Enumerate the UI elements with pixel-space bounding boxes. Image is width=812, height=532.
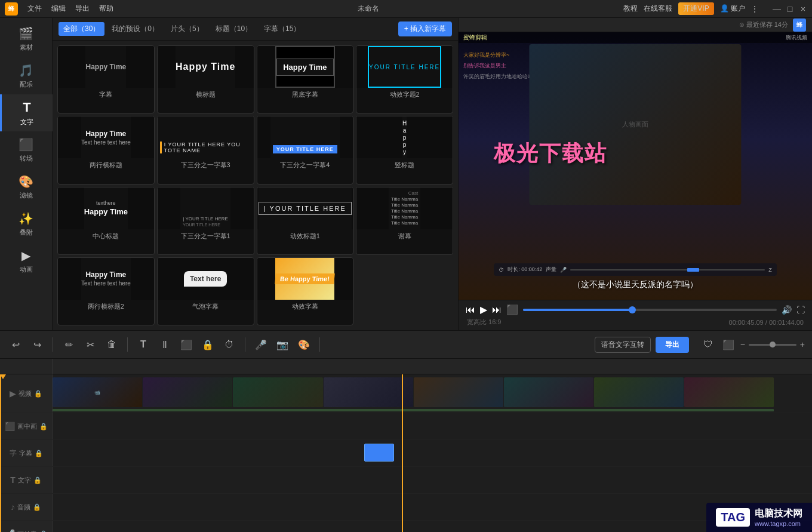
shield-button[interactable]: 🛡 xyxy=(700,336,716,353)
sidebar-item-material[interactable]: 🎬 素材 xyxy=(0,20,53,57)
sidebar-item-text[interactable]: T 文字 xyxy=(0,94,53,131)
preview-controls: ⏮ ▶ ⏭ ⬛ 🔊 ⛶ 宽高比 16:9 00:00:45.09 / 00:01… xyxy=(459,300,812,330)
template-card-lower4[interactable]: YOUR TITLE HERE 下三分之一字幕4 xyxy=(257,116,354,184)
pip-track-lock[interactable]: 🔒 xyxy=(39,423,48,430)
volume-button[interactable]: 🔊 xyxy=(782,305,792,315)
template-label-happystripe: 动效字幕 xyxy=(257,300,353,313)
app-logo: 蜂 xyxy=(5,2,18,16)
effects-button[interactable]: 🎨 xyxy=(296,336,312,353)
template-card-vertical[interactable]: H a p p y 竖标题 xyxy=(356,116,453,184)
split2-button[interactable]: ⬛ xyxy=(720,336,737,353)
support-link[interactable]: 在线客服 xyxy=(644,4,672,14)
tab-all[interactable]: 全部（30） xyxy=(59,22,104,36)
camera-button[interactable]: 📷 xyxy=(274,336,291,353)
zoom-slider[interactable] xyxy=(749,344,796,346)
cut-button[interactable]: ✂ xyxy=(82,336,99,353)
video-clip-8[interactable] xyxy=(684,377,774,407)
stop-button[interactable]: ⬛ xyxy=(506,304,518,315)
template-card-animtitle1[interactable]: | YOUR TITLE HERE 动效标题1 xyxy=(257,187,354,255)
prev-frame-button[interactable]: ⏮ xyxy=(466,305,475,315)
time-display: 00:00:45.09 / 00:01:44.00 xyxy=(729,319,804,326)
menu-export[interactable]: 导出 xyxy=(75,4,90,14)
track-text: T 文字 🔒 xyxy=(0,467,812,494)
redo-button[interactable]: ↪ xyxy=(29,336,45,353)
more-options[interactable]: ⋮ xyxy=(751,5,758,13)
sidebar-item-transition[interactable]: ⬛ 转场 xyxy=(0,131,53,168)
menu-edit[interactable]: 编辑 xyxy=(51,4,66,14)
subtitle-track-content[interactable] xyxy=(53,440,812,466)
insert-subtitle-button[interactable]: + 插入新字幕 xyxy=(398,21,452,36)
track-label-video: ▶ 视频 🔒 xyxy=(0,374,53,413)
audio-track-lock[interactable]: 🔒 xyxy=(33,503,41,511)
menu-help[interactable]: 帮助 xyxy=(99,4,113,14)
template-card-center[interactable]: texthere Happy Time 中心标题 xyxy=(57,187,155,255)
video-clip-7[interactable] xyxy=(594,377,684,407)
voiceover-track-lock[interactable]: 🔒 xyxy=(39,530,48,533)
sidebar: 🎬 素材 🎵 配乐 T 文字 ⬛ 转场 🎨 滤镜 ✨ 叠附 ▶ 动画 xyxy=(0,18,53,330)
next-frame-button[interactable]: ⏭ xyxy=(492,305,502,315)
transition-icon: ⬛ xyxy=(19,137,33,152)
sidebar-item-addon[interactable]: ✨ 叠附 xyxy=(0,205,53,242)
template-card-animated2[interactable]: YOUR TITLE HERE 动效字题2 xyxy=(356,45,453,113)
text-track-content[interactable] xyxy=(53,467,812,493)
template-card-happystripe[interactable]: Be Happy Time! 动效字幕 xyxy=(257,257,354,325)
voiceover-track-content[interactable] xyxy=(53,521,812,532)
undo-button[interactable]: ↩ xyxy=(7,336,24,353)
template-card-bubble[interactable]: Text here 气泡字幕 xyxy=(157,257,254,325)
video-clip-4[interactable] xyxy=(324,377,413,407)
account-link[interactable]: 👤 账户 xyxy=(720,4,745,14)
split-button[interactable]: Ⅱ xyxy=(156,336,173,353)
addon-label: 叠附 xyxy=(20,228,33,237)
close-button[interactable]: × xyxy=(799,5,807,13)
video-clip-1[interactable]: 📹 xyxy=(53,377,142,407)
tab-my[interactable]: 我的预设（0） xyxy=(107,22,164,36)
menu-file[interactable]: 文件 xyxy=(27,4,42,14)
template-card-lower1[interactable]: | YOUR TITLE HERE YOUR TITLE HERE 下三分之一字… xyxy=(157,187,254,255)
delete-button[interactable]: 🗑 xyxy=(103,336,120,353)
template-card-twoline[interactable]: Happy Time Text here text here 两行横标题 xyxy=(57,116,155,184)
pen-button[interactable]: ✏ xyxy=(60,336,77,353)
crop-button[interactable]: ⬛ xyxy=(178,336,195,353)
lock-button[interactable]: 🔒 xyxy=(199,336,216,353)
pip-track-content[interactable] xyxy=(53,413,812,439)
template-card-twoline2[interactable]: Happy Time Text here text here 两行横标题2 xyxy=(57,257,155,325)
template-card-lower3[interactable]: I YOUR TITLE HERE YOU TOTE NAME 下三分之一字幕3 xyxy=(157,116,254,184)
video-clip-6[interactable] xyxy=(504,377,593,407)
template-card-hengbiaoticai[interactable]: Happy Time 横标题 xyxy=(157,45,254,113)
play-button[interactable]: ▶ xyxy=(480,304,487,315)
template-card-blackbg[interactable]: Happy Time 黑底字幕 xyxy=(257,45,354,113)
tab-subtitle[interactable]: 字幕（15） xyxy=(259,22,305,36)
video-clip-3[interactable] xyxy=(233,377,322,407)
export-button[interactable]: 导出 xyxy=(656,337,689,353)
video-track-lock[interactable]: 🔒 xyxy=(34,390,42,398)
tab-title[interactable]: 标题（10） xyxy=(211,22,257,36)
progress-bar[interactable] xyxy=(523,309,777,311)
video-track-content[interactable]: 📹 xyxy=(53,374,812,413)
tab-opener[interactable]: 片头（5） xyxy=(166,22,208,36)
minimize-button[interactable]: — xyxy=(773,5,781,13)
text-tool-button[interactable]: T xyxy=(135,336,152,353)
addon-icon: ✨ xyxy=(19,211,33,226)
vip-button[interactable]: 开通VIP xyxy=(678,2,713,15)
fullscreen-button[interactable]: ⛶ xyxy=(796,305,805,315)
mic-button[interactable]: 🎤 xyxy=(253,336,269,353)
subtitle-track-lock[interactable]: 🔒 xyxy=(35,450,43,457)
text-track-lock[interactable]: 🔒 xyxy=(33,476,42,484)
menu-bar: 蜂 文件 编辑 导出 帮助 未命名 教程 在线客服 开通VIP 👤 账户 ⋮ —… xyxy=(0,0,812,18)
template-card-credits[interactable]: Cast Title Namma Title Namma Title Namma… xyxy=(356,187,453,255)
timer-button[interactable]: ⏱ xyxy=(221,336,238,353)
subtitle-clip[interactable] xyxy=(364,444,395,462)
sidebar-item-animation[interactable]: ▶ 动画 xyxy=(0,242,53,279)
audio-track-content[interactable] xyxy=(53,494,812,520)
video-clip-2[interactable] xyxy=(143,377,232,407)
sidebar-item-filter[interactable]: 🎨 滤镜 xyxy=(0,168,53,205)
video-clip-5[interactable] xyxy=(414,377,503,407)
zoom-in-button[interactable]: + xyxy=(800,340,805,349)
template-card-zimu[interactable]: Happy Time 字幕 xyxy=(57,45,155,113)
zoom-out-button[interactable]: − xyxy=(740,340,745,349)
maximize-button[interactable]: □ xyxy=(786,5,794,13)
tutorial-link[interactable]: 教程 xyxy=(623,4,638,14)
sidebar-item-music[interactable]: 🎵 配乐 xyxy=(0,57,53,94)
toolbar: ↩ ↪ ✏ ✂ 🗑 T Ⅱ ⬛ 🔒 ⏱ 🎤 📷 🎨 语音文字互转 导出 🛡 ⬛ … xyxy=(0,330,812,359)
speech-to-text-button[interactable]: 语音文字互转 xyxy=(595,337,651,353)
